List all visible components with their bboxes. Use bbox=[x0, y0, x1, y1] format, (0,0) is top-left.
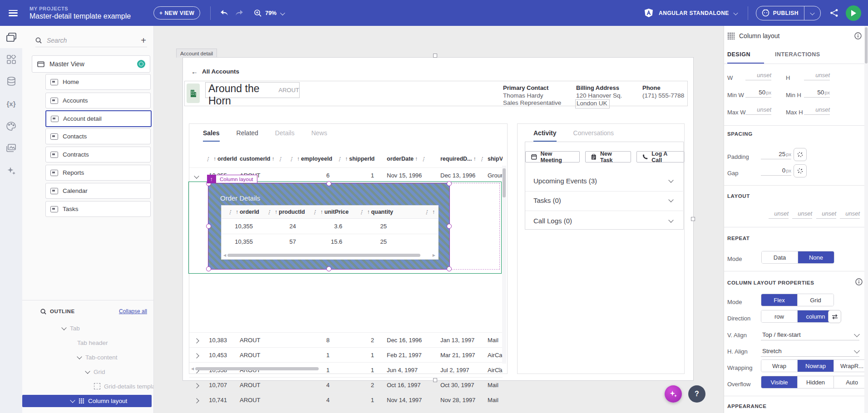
select-parent-icon[interactable]: ↑ bbox=[207, 175, 216, 183]
gap-link-button[interactable] bbox=[794, 164, 807, 177]
rail-data-icon[interactable] bbox=[0, 70, 22, 93]
layout-input-2[interactable]: unset bbox=[792, 210, 812, 219]
layout-input-4[interactable]: unset bbox=[840, 210, 860, 219]
col-od-orderid[interactable]: orderId bbox=[222, 209, 265, 215]
row-expand-icon[interactable] bbox=[194, 353, 199, 358]
collapse-all-link[interactable]: Collapse all bbox=[119, 308, 147, 315]
accordion-call-logs[interactable]: Call Logs (0) bbox=[533, 217, 673, 225]
table-row[interactable]: 10,741AROUT 41 Nov 14, 1997Nov 28, 1997 … bbox=[189, 392, 503, 408]
rail-components-icon[interactable] bbox=[0, 48, 22, 70]
col-od-productid[interactable]: productId bbox=[265, 209, 308, 215]
zoom-icon[interactable] bbox=[254, 9, 262, 17]
resize-handle[interactable] bbox=[206, 266, 211, 271]
row-expand-icon[interactable] bbox=[194, 398, 199, 403]
row-expand-icon[interactable] bbox=[194, 338, 199, 343]
overflow-visible-option[interactable]: Visible bbox=[761, 376, 797, 388]
rail-assets-icon[interactable] bbox=[0, 137, 22, 159]
col-od-quantity[interactable]: quantity bbox=[354, 209, 399, 215]
publish-button[interactable]: PUBLISH bbox=[773, 10, 804, 16]
outline-item-column-layout[interactable]: Column layout bbox=[22, 395, 152, 407]
order-details-hscrollbar[interactable]: ◀▶ bbox=[223, 253, 435, 257]
repeat-data-option[interactable]: Data bbox=[762, 251, 798, 263]
sidebar-item-contracts[interactable]: Contracts bbox=[45, 147, 151, 162]
sidebar-item-accounts[interactable]: Accounts bbox=[45, 93, 151, 108]
zoom-caret-icon[interactable] bbox=[280, 10, 285, 15]
new-meeting-button[interactable]: New Meeting bbox=[525, 151, 580, 162]
share-icon[interactable] bbox=[830, 9, 838, 17]
row-collapse-icon[interactable] bbox=[194, 173, 199, 178]
accordion-upcoming-events[interactable]: Upcoming Events (3) bbox=[533, 177, 673, 185]
run-preview-button[interactable] bbox=[846, 5, 861, 21]
chevron-down-icon[interactable] bbox=[61, 325, 66, 330]
overflow-hidden-option[interactable]: Hidden bbox=[797, 376, 833, 388]
col-orderid[interactable]: orderId bbox=[203, 156, 232, 162]
min-h-input[interactable]: 50px bbox=[804, 89, 830, 98]
padding-link-button[interactable] bbox=[794, 148, 807, 161]
overflow-auto-option[interactable]: Auto bbox=[833, 376, 868, 388]
tab-design[interactable]: DESIGN bbox=[727, 51, 764, 64]
mode-grid-option[interactable]: Grid bbox=[797, 294, 833, 306]
canvas-handle-top[interactable] bbox=[433, 54, 437, 58]
redo-icon[interactable] bbox=[235, 9, 244, 17]
resize-handle[interactable] bbox=[447, 181, 452, 186]
max-w-input[interactable]: unset bbox=[745, 106, 771, 115]
back-all-accounts[interactable]: ← All Accounts bbox=[191, 68, 239, 75]
tab-related[interactable]: Related bbox=[237, 129, 258, 142]
accordion-tasks[interactable]: Tasks (0) bbox=[533, 197, 673, 204]
col-requireddate[interactable]: requiredD... bbox=[433, 156, 484, 162]
wrapreverse-option[interactable]: WrapR... bbox=[833, 360, 868, 372]
rail-views-icon[interactable] bbox=[0, 26, 22, 48]
order-details-table[interactable]: orderId productId unitPrice quantity 10,… bbox=[221, 205, 439, 260]
info-icon[interactable] bbox=[854, 32, 862, 39]
new-task-button[interactable]: New Task bbox=[585, 151, 631, 162]
rail-ai-icon[interactable] bbox=[0, 159, 22, 182]
selected-element-tag[interactable]: ↑ Column layout bbox=[207, 175, 257, 183]
orders-hscrollbar[interactable]: ◀▶ bbox=[191, 367, 502, 371]
zoom-level[interactable]: 79% bbox=[265, 10, 276, 16]
outline-item-tab-content[interactable]: Tab-content bbox=[78, 351, 118, 363]
col-employeeid[interactable]: employeeId bbox=[287, 156, 335, 162]
repeat-none-option[interactable]: None bbox=[798, 251, 834, 263]
outline-item-tab-header[interactable]: Tab header bbox=[77, 337, 108, 349]
clp-info-icon[interactable] bbox=[855, 278, 863, 285]
col-shipvia[interactable]: shipVia bbox=[484, 156, 503, 162]
chevron-down-icon[interactable] bbox=[77, 354, 82, 359]
column-layout-selected[interactable]: Order Details orderId productId unitPric… bbox=[208, 183, 450, 270]
tab-sales[interactable]: Sales bbox=[203, 129, 220, 142]
resize-handle[interactable] bbox=[447, 224, 452, 229]
table-row[interactable]: 10,743AROUT 13 Nov 17, 1997Dec 15, 1997 … bbox=[189, 407, 503, 413]
help-fab[interactable]: ? bbox=[688, 385, 705, 403]
rail-code-icon[interactable]: {x} bbox=[0, 93, 22, 115]
col-orderdate[interactable]: orderDate bbox=[380, 156, 433, 162]
publish-caret-icon[interactable] bbox=[810, 10, 814, 15]
ai-assistant-fab[interactable] bbox=[665, 385, 682, 403]
sidebar-item-tasks[interactable]: Tasks bbox=[45, 201, 151, 217]
direction-swap-button[interactable] bbox=[828, 310, 841, 323]
col-customerid[interactable]: customerId bbox=[232, 156, 287, 162]
min-w-input[interactable]: 50px bbox=[745, 89, 771, 98]
sidebar-item-calendar[interactable]: Calendar bbox=[45, 183, 151, 199]
chevron-down-icon[interactable] bbox=[70, 398, 75, 403]
orders-vscrollbar[interactable] bbox=[502, 166, 506, 364]
h-input[interactable]: unset bbox=[804, 72, 830, 80]
search-input[interactable] bbox=[46, 36, 140, 44]
padding-input[interactable]: 25px bbox=[761, 151, 791, 159]
table-row[interactable]: 10,383AROUT 82 Dec 16, 1996Jan 13, 1997 … bbox=[189, 332, 503, 348]
col-od-unitprice[interactable]: unitPrice bbox=[308, 209, 354, 215]
tab-details[interactable]: Details bbox=[275, 129, 295, 142]
hamburger-menu-icon[interactable] bbox=[9, 10, 18, 16]
direction-row-option[interactable]: row bbox=[761, 310, 797, 322]
layout-input-1[interactable]: unset bbox=[769, 210, 789, 219]
add-view-icon[interactable]: + bbox=[140, 36, 147, 45]
mode-flex-option[interactable]: Flex bbox=[761, 294, 797, 306]
framework-selector[interactable]: ANGULAR STANDALONE bbox=[659, 10, 729, 16]
rail-theme-icon[interactable] bbox=[0, 115, 22, 137]
tab-conversations[interactable]: Conversations bbox=[573, 129, 614, 142]
table-row[interactable]: 10,453AROUT 11 Feb 21, 1997Mar 21, 1997 … bbox=[189, 347, 503, 363]
canvas-handle-right[interactable] bbox=[691, 217, 695, 221]
col-shipperid[interactable]: shipperId bbox=[335, 156, 380, 162]
sidebar-item-contacts[interactable]: Contacts bbox=[45, 128, 151, 144]
chevron-down-icon[interactable] bbox=[85, 369, 90, 374]
resize-handle[interactable] bbox=[326, 266, 331, 271]
account-name-box[interactable]: Around the Horn AROUT bbox=[205, 82, 300, 98]
